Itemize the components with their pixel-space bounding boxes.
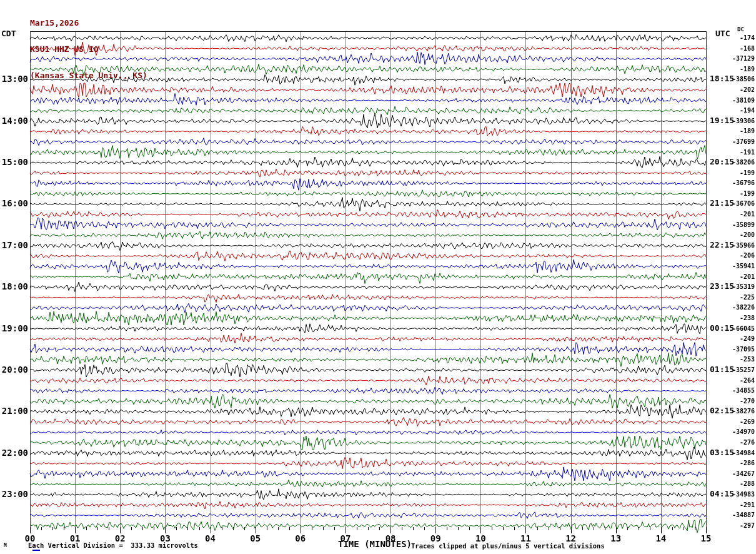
dc-offset-value: -37095 [716, 346, 755, 353]
minute-tick-label: 15 [694, 533, 719, 543]
left-timezone-label: CDT [1, 29, 16, 38]
cdt-hour-label: 18:00 [0, 281, 28, 291]
dc-offset-value: -202 [716, 86, 755, 93]
dc-offset-value: -201 [716, 273, 755, 280]
cdt-hour-label: 16:00 [0, 198, 28, 208]
station-location: (Kansas State Univ., KS) [30, 71, 147, 80]
dc-offset-value: -206 [716, 252, 755, 259]
station-id: KSU1 HHZ US 10 [30, 45, 147, 54]
dc-offset-value: -37699 [716, 138, 755, 145]
dc-offset-value: -38206 [716, 159, 755, 166]
dc-offset-value: -276 [716, 439, 755, 446]
dc-offset-value: -38276 [716, 408, 755, 415]
dc-offset-value: -264 [716, 377, 755, 384]
vertical-division-scale-note: Each Vertical Division = 333.33 microvol… [28, 541, 198, 549]
dc-offset-value: -34887 [716, 511, 755, 518]
dc-offset-value: -200 [716, 231, 755, 238]
dc-offset-value: -174 [716, 34, 755, 41]
minute-tick-label: 05 [243, 533, 268, 543]
dc-offset-value: -36796 [716, 179, 755, 186]
dc-offset-column-label: DC [737, 26, 744, 33]
dc-offset-value: -199 [716, 169, 755, 176]
dc-offset-value: -66045 [716, 325, 755, 332]
dc-offset-value: -38506 [716, 76, 755, 83]
dc-offset-value: -194 [716, 107, 755, 114]
dc-offset-value: -249 [716, 335, 755, 342]
dc-offset-value: -35257 [716, 366, 755, 373]
dc-offset-value: -37129 [716, 55, 755, 62]
corner-glyph: M [4, 543, 7, 548]
dc-offset-value: -38109 [716, 97, 755, 104]
dc-offset-value: -270 [716, 398, 755, 405]
cdt-hour-label: 23:00 [0, 489, 28, 499]
dc-offset-value: -286 [716, 460, 755, 466]
cdt-hour-label: 21:00 [0, 406, 28, 416]
dc-offset-value: -39306 [716, 118, 755, 124]
dc-offset-value: -291 [716, 501, 755, 508]
dc-offset-value: -189 [716, 128, 755, 134]
minute-tick-label: 13 [604, 533, 629, 543]
dc-offset-value: -297 [716, 522, 755, 529]
cdt-hour-label: 22:00 [0, 448, 28, 458]
dc-offset-value: -34984 [716, 450, 755, 456]
link-underline-mark [32, 550, 40, 551]
dc-offset-value: -191 [716, 149, 755, 156]
dc-offset-value: -35941 [716, 263, 755, 269]
dc-offset-value: -288 [716, 480, 755, 487]
dc-offset-value: -269 [716, 418, 755, 425]
plot-title-block: Mar15,2026 KSU1 HHZ US 10 (Kansas State … [30, 1, 147, 89]
dc-offset-value: -199 [716, 190, 755, 197]
dc-offset-value: -35899 [716, 221, 755, 228]
minute-tick-label: 14 [649, 533, 674, 543]
dc-offset-value: -35966 [716, 242, 755, 249]
cdt-hour-label: 19:00 [0, 323, 28, 333]
cdt-hour-label: 20:00 [0, 365, 28, 375]
cdt-hour-label: 13:00 [0, 74, 28, 84]
minute-tick-label: 04 [198, 533, 223, 543]
minute-tick-label: 06 [288, 533, 313, 543]
cdt-hour-label: 15:00 [0, 157, 28, 167]
dc-offset-value: -238 [716, 315, 755, 321]
dc-offset-value: -38226 [716, 304, 755, 311]
cdt-hour-label: 14:00 [0, 116, 28, 126]
plot-date: Mar15,2026 [30, 19, 147, 28]
dc-offset-value: -168 [716, 45, 755, 52]
dc-offset-value: -34983 [716, 491, 755, 498]
dc-offset-value: -36706 [716, 200, 755, 207]
dc-offset-value: -201 [716, 211, 755, 218]
dc-offset-value: -34855 [716, 387, 755, 394]
dc-offset-value: -35319 [716, 283, 755, 290]
dc-offset-value: -34970 [716, 428, 755, 435]
trace-clipping-note: Traces clipped at plus/minus 5 vertical … [411, 542, 605, 550]
dc-offset-value: -225 [716, 294, 755, 301]
dc-offset-value: -253 [716, 356, 755, 363]
cdt-hour-label: 17:00 [0, 240, 28, 250]
x-axis-title: TIME (MINUTES) [338, 539, 412, 549]
dc-offset-value: -189 [716, 66, 755, 73]
dc-offset-value: -34267 [716, 470, 755, 477]
